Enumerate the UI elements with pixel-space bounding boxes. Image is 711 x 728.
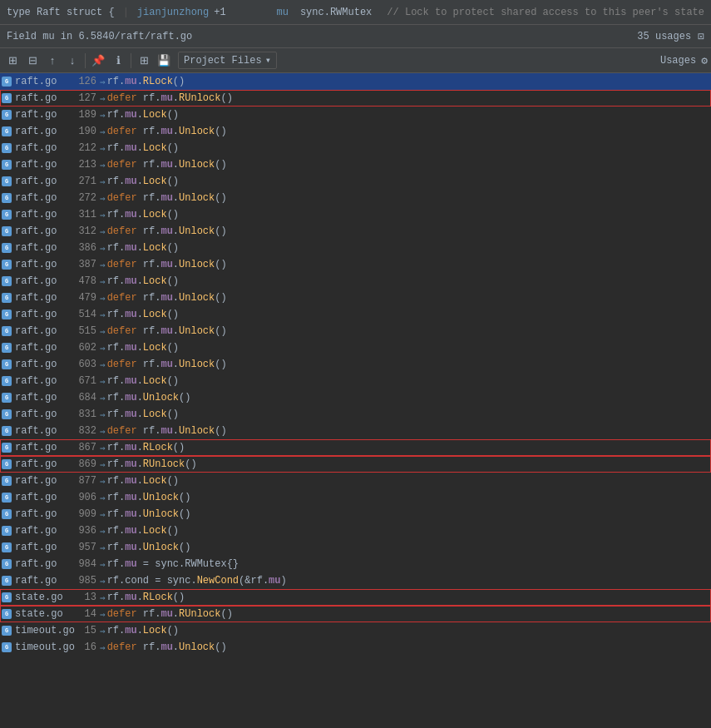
table-row[interactable]: G raft.go 832 ⇒ defer rf.mu.Unlock() [0, 423, 711, 439]
go-file-icon: G [2, 310, 12, 319]
line-number: 386 [73, 242, 100, 254]
table-row[interactable]: G raft.go 603 ⇒ defer rf.mu.Unlock() [0, 356, 711, 373]
table-row[interactable]: G raft.go 985 ⇒ rf.cond = sync.NewCond(&… [0, 572, 711, 589]
save-button[interactable]: 💾 [155, 52, 173, 70]
table-row[interactable]: G raft.go 906 ⇒ rf.mu.Unlock() [0, 489, 711, 506]
go-file-icon: G [2, 542, 12, 552]
table-row[interactable]: G raft.go 213 ⇒ defer rf.mu.Unlock() [0, 156, 711, 173]
file-type-icon: G [0, 607, 13, 621]
expand-all-button[interactable]: ⊞ [3, 52, 22, 70]
code-snippet: rf.cond = sync.NewCond(&rf.mu) [107, 575, 287, 587]
table-row[interactable]: G raft.go 271 ⇒ rf.mu.Lock() [0, 173, 711, 190]
file-type-icon: G [0, 458, 13, 471]
usage-arrow-icon: ⇒ [100, 426, 106, 437]
field-bar-right: 35 usages ⊡ [637, 30, 704, 43]
pin-button[interactable]: 📌 [89, 52, 107, 70]
filename: raft.go [13, 558, 73, 570]
usage-arrow-icon: ⇒ [100, 110, 106, 121]
table-row[interactable]: G raft.go 671 ⇒ rf.mu.Lock() [0, 373, 711, 389]
table-row[interactable]: G raft.go 311 ⇒ rf.mu.Lock() [0, 206, 711, 223]
filename: raft.go [13, 109, 73, 121]
table-row[interactable]: G raft.go 312 ⇒ defer rf.mu.Unlock() [0, 223, 711, 240]
file-type-icon: G [0, 557, 13, 571]
table-row[interactable]: G state.go 13 ⇒ rf.mu.RLock() [0, 589, 711, 606]
code-snippet: rf.mu.Unlock() [107, 392, 191, 404]
table-row[interactable]: G raft.go 190 ⇒ defer rf.mu.Unlock() [0, 123, 711, 140]
file-type-icon: G [0, 191, 13, 205]
filename: state.go [13, 592, 73, 603]
line-number: 906 [73, 492, 100, 503]
line-number: 684 [73, 392, 100, 404]
file-type-icon: G [0, 225, 13, 238]
table-row[interactable]: G raft.go 877 ⇒ rf.mu.Lock() [0, 473, 711, 489]
table-row[interactable]: G raft.go 984 ⇒ rf.mu = sync.RWMutex{} [0, 556, 711, 572]
filename: raft.go [13, 76, 73, 87]
table-row[interactable]: G raft.go 602 ⇒ rf.mu.Lock() [0, 339, 711, 356]
table-row[interactable]: G raft.go 478 ⇒ rf.mu.Lock() [0, 273, 711, 290]
go-file-icon: G [2, 293, 12, 303]
line-number: 832 [73, 425, 100, 437]
table-row[interactable]: G raft.go 684 ⇒ rf.mu.Unlock() [0, 389, 711, 406]
file-type-icon: G [0, 374, 13, 388]
line-number: 387 [73, 259, 100, 270]
file-type-icon: G [0, 574, 13, 587]
code-snippet: rf.mu.RLock() [107, 592, 185, 603]
line-number: 213 [73, 159, 100, 171]
line-number: 126 [73, 76, 100, 87]
gear-icon[interactable]: ⚙ [701, 54, 708, 67]
usages-label[interactable]: Usages [657, 53, 699, 68]
go-file-icon: G [2, 476, 12, 486]
table-row[interactable]: G state.go 14 ⇒ defer rf.mu.RUnlock() [0, 606, 711, 622]
line-number: 984 [73, 558, 100, 570]
table-row[interactable]: G raft.go 867 ⇒ rf.mu.RLock() [0, 439, 711, 456]
table-row[interactable]: G raft.go 127 ⇒ defer rf.mu.RUnlock() [0, 90, 711, 106]
table-row[interactable]: G raft.go 514 ⇒ rf.mu.Lock() [0, 306, 711, 323]
table-row[interactable]: G raft.go 831 ⇒ rf.mu.Lock() [0, 406, 711, 423]
filename: raft.go [13, 159, 73, 171]
table-row[interactable]: G raft.go 126 ⇒ rf.mu.RLock() [0, 73, 711, 90]
table-row[interactable]: G raft.go 272 ⇒ defer rf.mu.Unlock() [0, 190, 711, 206]
go-file-icon: G [2, 126, 12, 136]
usage-arrow-icon: ⇒ [100, 609, 106, 620]
table-row[interactable]: G raft.go 189 ⇒ rf.mu.Lock() [0, 106, 711, 123]
table-row[interactable]: G raft.go 386 ⇒ rf.mu.Lock() [0, 240, 711, 256]
filename: raft.go [13, 359, 73, 370]
usage-arrow-icon: ⇒ [100, 459, 106, 470]
code-snippet: defer rf.mu.Unlock() [107, 641, 227, 653]
line-number: 867 [73, 442, 100, 453]
layout-button[interactable]: ⊞ [135, 52, 153, 70]
table-row[interactable]: G raft.go 909 ⇒ rf.mu.Unlock() [0, 506, 711, 522]
go-file-icon: G [2, 77, 12, 87]
top-bar: type Raft struct { | jianjunzhong +1 mu … [0, 0, 711, 25]
project-files-dropdown[interactable]: Project Files ▾ [178, 52, 277, 69]
go-file-icon: G [2, 509, 12, 519]
go-file-icon: G [2, 210, 12, 220]
table-row[interactable]: G raft.go 387 ⇒ defer rf.mu.Unlock() [0, 256, 711, 273]
table-row[interactable]: G timeout.go 15 ⇒ rf.mu.Lock() [0, 622, 711, 639]
table-row[interactable]: G raft.go 869 ⇒ rf.mu.RUnlock() [0, 456, 711, 473]
usage-arrow-icon: ⇒ [100, 176, 106, 187]
table-row[interactable]: G raft.go 515 ⇒ defer rf.mu.Unlock() [0, 323, 711, 339]
line-number: 478 [73, 275, 100, 287]
prev-occurrence-button[interactable]: ↑ [43, 52, 62, 70]
file-type-icon: G [0, 158, 13, 171]
go-file-icon: G [2, 193, 12, 203]
file-type-icon: G [0, 408, 13, 421]
info-button[interactable]: ℹ [109, 52, 127, 70]
table-row[interactable]: G timeout.go 16 ⇒ defer rf.mu.Unlock() [0, 639, 711, 656]
code-snippet: rf.mu.Lock() [107, 625, 179, 636]
table-row[interactable]: G raft.go 212 ⇒ rf.mu.Lock() [0, 140, 711, 156]
code-snippet: rf.mu.Unlock() [107, 542, 191, 553]
expand-icon[interactable]: ⊡ [698, 30, 704, 43]
filename: raft.go [13, 225, 73, 237]
go-file-icon: G [2, 592, 12, 602]
line-number: 957 [73, 542, 100, 553]
table-row[interactable]: G raft.go 957 ⇒ rf.mu.Unlock() [0, 539, 711, 556]
table-row[interactable]: G raft.go 479 ⇒ defer rf.mu.Unlock() [0, 290, 711, 306]
usage-arrow-icon: ⇒ [100, 343, 106, 354]
next-occurrence-button[interactable]: ↓ [63, 52, 81, 70]
table-row[interactable]: G raft.go 936 ⇒ rf.mu.Lock() [0, 522, 711, 539]
collapse-all-button[interactable]: ⊟ [23, 52, 42, 70]
file-type-icon: G [0, 474, 13, 488]
usage-arrow-icon: ⇒ [100, 592, 106, 603]
